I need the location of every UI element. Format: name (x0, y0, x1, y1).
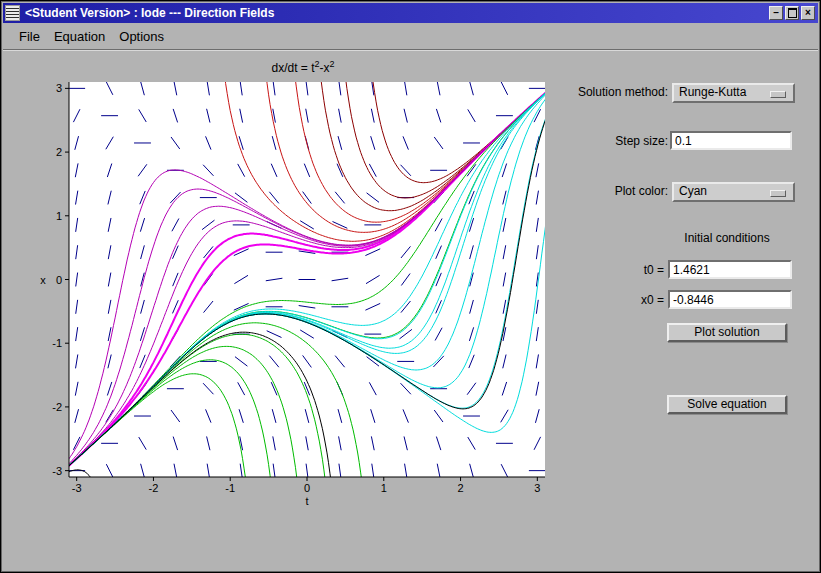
y-tick-label: -2 (52, 401, 62, 413)
y-tick-label: 1 (56, 210, 62, 222)
x0-label: x0 = (602, 293, 664, 307)
x-tick-label: 0 (304, 482, 310, 494)
step-size-label: Step size: (513, 134, 668, 148)
initial-conditions-heading: Initial conditions (662, 231, 792, 245)
solution-method-dropdown[interactable]: Runge-Kutta (672, 83, 795, 103)
y-tick-label: 3 (56, 82, 62, 94)
x-tick-label: 1 (381, 482, 387, 494)
y-tick-label: 2 (56, 146, 62, 158)
x-tick-label: 3 (534, 482, 540, 494)
x-tick-label: -1 (225, 482, 235, 494)
solution-method-value: Runge-Kutta (679, 85, 746, 99)
x-tick-label: -2 (149, 482, 159, 494)
x-tick-label: -3 (72, 482, 82, 494)
solution-method-label: Solution method: (513, 85, 668, 99)
t0-input[interactable] (668, 260, 792, 279)
y-tick-label: -1 (52, 337, 62, 349)
app-window: <Student Version> : Iode --- Direction F… (1, 1, 820, 572)
dropdown-indicator-icon (770, 190, 786, 197)
y-axis-label: x (40, 274, 46, 286)
plot-color-label: Plot color: (513, 184, 668, 198)
plot-color-dropdown[interactable]: Cyan (672, 182, 795, 202)
dropdown-indicator-icon (770, 91, 786, 98)
x-axis-label: t (305, 495, 308, 507)
y-tick-label: 0 (56, 274, 62, 286)
x0-input[interactable] (668, 290, 792, 309)
plot-solution-button[interactable]: Plot solution (667, 323, 787, 342)
plot-color-value: Cyan (679, 184, 707, 198)
step-size-input[interactable] (670, 131, 792, 150)
y-tick-label: -3 (52, 465, 62, 477)
plot-title: dx/dt = t2-x2 (271, 59, 334, 75)
x-tick-label: 2 (457, 482, 463, 494)
t0-label: t0 = (602, 263, 664, 277)
solve-equation-button[interactable]: Solve equation (667, 395, 787, 414)
